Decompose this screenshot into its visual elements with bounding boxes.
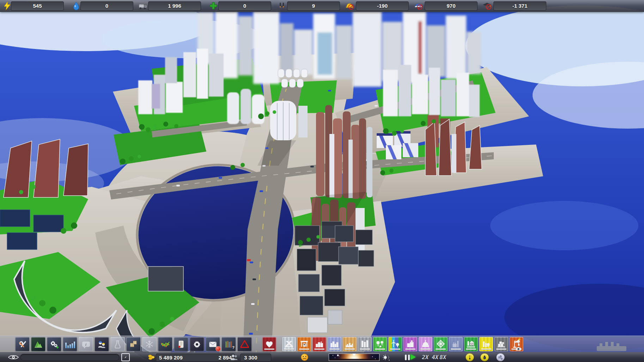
garbage-truck-icon: [138, 1, 147, 11]
scene-art: [0, 0, 644, 362]
coins-icon: [147, 352, 156, 362]
messages-button[interactable]: [206, 337, 220, 351]
pencil-icon: [124, 355, 127, 360]
info-button[interactable]: i: [79, 337, 93, 351]
sad-face-icon: [300, 352, 309, 362]
category-parks-button[interactable]: [373, 337, 387, 351]
population-display: 3 300: [240, 354, 271, 362]
category-materials-button[interactable]: [494, 337, 508, 351]
climate-button[interactable]: [142, 337, 157, 351]
production-button[interactable]: [47, 337, 61, 351]
tools-icon: [18, 339, 27, 349]
category-health-services-button[interactable]: [262, 337, 276, 351]
crossed-roads-icon: [284, 339, 294, 349]
info-bubble-icon: i: [82, 342, 90, 347]
water-drop-icon: [72, 1, 81, 11]
category-residential-button[interactable]: [312, 337, 326, 351]
barn-silo-icon: [466, 339, 476, 349]
dome-building-icon: [421, 339, 430, 349]
pause-icon: [405, 355, 407, 360]
sun-moon-icon: [382, 353, 390, 362]
hard-hat-no-sign-icon: [345, 1, 354, 11]
terrain-icon: [34, 339, 43, 349]
crates-icon: [129, 339, 138, 349]
category-services-button[interactable]: [403, 337, 417, 351]
terrain-button[interactable]: [31, 337, 45, 351]
line-graph-icon: [160, 339, 170, 349]
view-toggle-button[interactable]: [8, 354, 19, 362]
graduation-cap-no-sign-icon: [482, 1, 492, 11]
speed-2x-button[interactable]: 2X: [421, 354, 429, 361]
resource-top-bar: 545 0 1 996 0 9 -190 970 -1 371: [0, 0, 644, 12]
speed-8x-button[interactable]: 8X: [439, 354, 446, 361]
category-roads-button[interactable]: [282, 337, 296, 351]
trees-house-icon: [375, 339, 385, 349]
crime-value: 9: [287, 1, 340, 11]
refinery-icon: [481, 339, 491, 349]
wind-turbine-icon: [390, 339, 400, 349]
category-culture-button[interactable]: [419, 337, 432, 351]
tall-towers-icon: [360, 339, 370, 349]
handcuffs-icon: [277, 1, 286, 11]
category-utilities-button[interactable]: [388, 337, 402, 351]
power-value: 545: [11, 1, 64, 11]
thermometer-icon: [467, 355, 473, 360]
gear-icon: [192, 339, 202, 349]
category-transport-button[interactable]: [297, 337, 311, 351]
city-name-input[interactable]: [20, 354, 120, 361]
build-tools-button[interactable]: [15, 337, 30, 351]
buildings-icon: [315, 339, 324, 349]
research-button[interactable]: [110, 337, 125, 351]
category-refinery-button[interactable]: [479, 337, 493, 351]
speed-4x-button[interactable]: 4X: [431, 354, 439, 361]
settings-button[interactable]: [190, 337, 204, 351]
bottom-toolbar: i ?: [0, 336, 644, 352]
category-mixed-district-button[interactable]: [343, 337, 357, 351]
edit-name-button[interactable]: [121, 353, 130, 361]
category-offices-button[interactable]: [358, 337, 372, 351]
category-special-button[interactable]: [434, 337, 448, 351]
help-button[interactable]: ?: [221, 337, 236, 351]
category-commercial-button[interactable]: [328, 337, 341, 351]
blocks-icon: [497, 339, 506, 349]
play-button[interactable]: [411, 354, 416, 360]
trade-button[interactable]: [126, 337, 141, 351]
wind-icon: [498, 355, 503, 360]
education-value: -1 371: [493, 1, 546, 11]
citizens-icon: [230, 352, 238, 362]
workers-value: -190: [356, 1, 409, 11]
money-value: 5 489 209: [159, 355, 183, 361]
water-drop-icon: [482, 355, 487, 360]
screenshot-button[interactable]: [515, 345, 522, 352]
statistics-button[interactable]: [63, 337, 77, 351]
snowflake-icon: [145, 339, 154, 349]
city-viewport[interactable]: [0, 0, 644, 362]
category-farming-button[interactable]: [464, 337, 478, 351]
warning-triangle-icon: [240, 339, 249, 349]
alerts-button[interactable]: [237, 337, 252, 351]
moisture-overlay-toggle[interactable]: [480, 353, 489, 361]
policies-button[interactable]: [174, 337, 188, 351]
low-skyline-icon: [345, 339, 354, 349]
fuel-station-icon: [299, 339, 309, 349]
speed-controls: 2X 4X 8X: [422, 354, 446, 361]
employment-button[interactable]: [95, 337, 109, 351]
day-night-cycle-slider[interactable]: [329, 354, 379, 361]
scroll-seal-icon: [176, 339, 186, 349]
police-value: 970: [425, 1, 478, 11]
water-value: 0: [80, 1, 133, 11]
temperature-overlay-toggle[interactable]: [466, 353, 474, 361]
day-night-toggle-button[interactable]: [382, 353, 390, 362]
flask-icon: [113, 339, 122, 349]
heart-icon: [265, 339, 274, 349]
economy-graph-button[interactable]: [158, 337, 172, 351]
weather-icon: [515, 337, 522, 344]
camera-icon: [515, 345, 522, 352]
weather-button[interactable]: [515, 337, 522, 344]
category-industry-button[interactable]: [449, 337, 463, 351]
skyline-icon: [330, 339, 339, 349]
wind-overlay-toggle[interactable]: [496, 353, 505, 361]
gears-plus-icon: [49, 339, 59, 349]
waste-value: 1 996: [148, 1, 201, 11]
industry-tower-icon: [451, 339, 461, 349]
